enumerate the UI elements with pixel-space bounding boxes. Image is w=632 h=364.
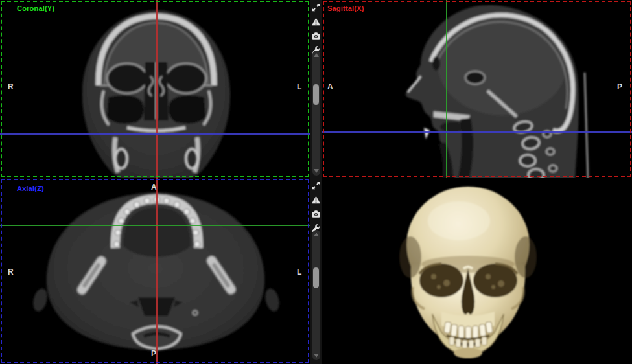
viewport-3d-volume[interactable] (322, 178, 632, 364)
sagittal-title: Sagittal(X) (327, 5, 364, 12)
sagittal-crosshair-horizontal[interactable] (322, 131, 632, 133)
camera-icon[interactable] (310, 28, 322, 43)
coronal-title: Coronal(Y) (17, 5, 54, 12)
axial-title: Axial(Z) (17, 185, 44, 192)
axial-orientation-right: L (297, 267, 301, 277)
expand-icon[interactable] (310, 0, 322, 14)
viewport-axial[interactable]: Axial(Z) R L A P (0, 178, 310, 364)
axial-crosshair-vertical[interactable] (156, 178, 158, 364)
viewport-coronal[interactable]: Coronal(Y) R L (0, 0, 310, 178)
sagittal-orientation-right: P (617, 82, 622, 91)
scroll-down-arrow[interactable] (314, 354, 319, 358)
sagittal-orientation-left: A (327, 82, 333, 91)
warning-icon[interactable] (310, 14, 322, 28)
coronal-orientation-right: L (297, 82, 301, 91)
skull-3d-render (322, 178, 632, 364)
expand-icon[interactable] (310, 178, 322, 192)
sagittal-crosshair-vertical[interactable] (446, 0, 447, 178)
scroll-up-arrow[interactable] (314, 233, 319, 236)
coronal-crosshair-vertical[interactable] (156, 0, 158, 178)
axial-orientation-left: R (8, 267, 14, 277)
camera-icon[interactable] (310, 207, 322, 221)
axial-ct-image (0, 178, 310, 364)
dicom-viewer: Coronal(Y) R L (0, 0, 632, 364)
slice-scrollbar-thumb[interactable] (313, 267, 319, 288)
coronal-crosshair-horizontal[interactable] (0, 133, 310, 135)
coronal-orientation-left: R (8, 82, 14, 91)
slice-scrollbar-track-top[interactable] (312, 51, 320, 176)
warning-icon[interactable] (310, 192, 322, 207)
slice-scrollbar-thumb[interactable] (313, 84, 319, 105)
sagittal-ct-image (322, 0, 632, 178)
axial-orientation-top: A (151, 183, 157, 192)
control-strip-top (310, 0, 322, 178)
scroll-down-arrow[interactable] (314, 169, 319, 173)
slice-scrollbar-track-bottom[interactable] (312, 230, 320, 360)
control-strip-bottom (310, 178, 322, 364)
axial-orientation-bottom: P (151, 349, 156, 358)
axial-crosshair-horizontal[interactable] (0, 225, 310, 226)
coronal-ct-image (0, 0, 310, 178)
viewport-sagittal[interactable]: Sagittal(X) A P (322, 0, 632, 178)
scroll-up-arrow[interactable] (314, 53, 319, 57)
